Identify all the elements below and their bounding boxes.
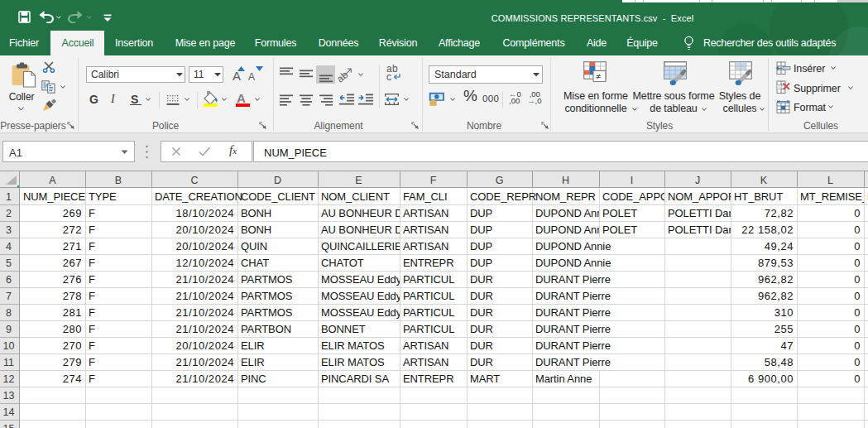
svg-text:≠: ≠ [597, 71, 602, 81]
